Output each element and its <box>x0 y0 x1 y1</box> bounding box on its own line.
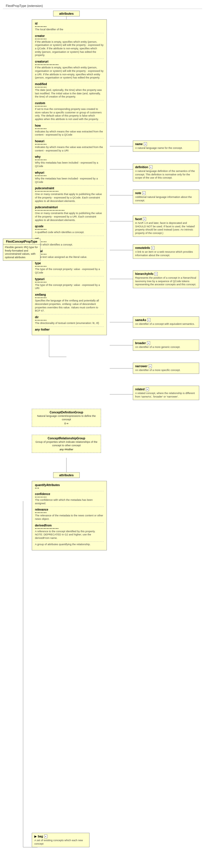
concept-def-group-label: ConceptDefinitionGroup <box>34 411 98 414</box>
right-related-box: related ▪ A related concept, where the r… <box>133 386 199 400</box>
bottom-tag-title: ▶ bag ▪ <box>34 835 87 838</box>
attr-howuri: howuri ▪▪▪▪▪▪▪▪ Indicates by which means… <box>35 140 104 152</box>
right-narrower-desc: An identifier of a more specific concept… <box>135 369 197 372</box>
bottom-attributes-box: quantifyAttributes ▪▪▪ confidence ▪▪▪▪▪▪… <box>32 481 107 550</box>
bottom-tag-desc: A set of existing concepts which each ne… <box>34 839 87 845</box>
right-broader-desc: An identifier of a more generic concept. <box>135 346 197 349</box>
right-facet-desc: In NAR 1.8 and later, facet is deprecate… <box>135 221 197 235</box>
right-definition-box: definition ▪ A natural language definiti… <box>133 163 199 181</box>
attr-pubconstrainturi: pubconstrainturi ▪▪▪▪▪▪▪▪▪▪▪▪▪▪▪▪▪▪▪▪ On… <box>35 206 104 222</box>
right-broader-title: broader ▪ <box>135 341 197 345</box>
right-remoteinfo-box: remoteInfo ▪ A link to an item or a web … <box>133 244 199 259</box>
bottom-attributes-header: attributes <box>53 472 80 478</box>
concept-rel-group-desc: Group of properties which indicate relat… <box>34 440 98 447</box>
right-definition-title: definition ▪ <box>135 165 197 169</box>
attr-literal: literal ▪▪▪▪▪▪▪▪ A free-text value assig… <box>35 250 104 259</box>
bottom-section-header: attributes <box>32 472 101 478</box>
attr-typeuri: typeuri ▪▪▪▪▪▪▪▪ The type of the concept… <box>35 278 104 290</box>
attr-why: why ▪▪▪▪▪▪▪▪ Why this metadata has been … <box>35 155 104 168</box>
concept-relationship-group-box: ConceptRelationshipGroup Group of proper… <box>32 435 101 453</box>
right-name-box: name ▪ A natural language name for the c… <box>133 141 199 152</box>
right-sameas-box: sameAs ▪ An identifier of a concept with… <box>133 316 199 328</box>
right-related-title: related ▪ <box>135 388 197 391</box>
attr-type: type ▪▪▪▪▪▪▪▪ The type of the concept pr… <box>35 261 104 274</box>
attr-custom: custom ▪▪▪▪▪▪▪▪ If set to true the corre… <box>35 101 104 121</box>
right-related-desc: A related concept, where the relationshi… <box>135 392 197 398</box>
concept-def-group-desc: Natural language content/expressions to … <box>34 414 98 421</box>
section-header: attributes <box>32 11 101 17</box>
attributes-header-label: attributes <box>53 11 80 17</box>
right-hierarchyinfo-title: hierarchyInfo ▪ <box>135 272 197 276</box>
right-narrower-box: narrower ▪ An identifier of a more speci… <box>133 363 199 374</box>
attr-whyuri: whyuri ▪▪▪▪▪▪▪▪ Why the metadata has bee… <box>35 171 104 184</box>
right-sameas-title: sameAs ▪ <box>135 318 197 322</box>
concept-definition-group-box: ConceptDefinitionGroup Natural language … <box>32 409 101 427</box>
attr-modified: modified ▪▪▪▪▪▪▪▪ The date (and, optiona… <box>35 83 104 99</box>
concept-rel-group-extra: any ##other <box>34 448 98 451</box>
page-top-label: FlextPropType (extension) <box>3 3 202 9</box>
attr-id: id ▪▪▪▪▪▪▪▪ The local identifier of the <box>35 22 104 31</box>
right-narrower-title: narrower ▪ <box>135 364 197 368</box>
bottom-attr-confidence: confidence ▪▪▪▪▪▪▪▪ The confidence with … <box>35 492 104 505</box>
bottom-attr-relevance: relevance ▪▪▪▪▪▪▪▪ The relevance of the … <box>35 508 104 521</box>
right-name-desc: A natural language name for the concept. <box>135 147 197 150</box>
concept-def-group-mult: 0 ∞ <box>34 422 98 425</box>
right-remoteinfo-title: remoteInfo ▪ <box>135 246 197 250</box>
right-sameas-desc: An identifier of a concept with equivale… <box>135 322 197 326</box>
flext-concept-prop-type-box: FlextConceptPropType Flexible generic IR… <box>3 239 40 261</box>
attr-dir: dir ▪▪▪▪▪▪▪▪ The directionality of textu… <box>35 316 104 325</box>
attr-uri: uri ▪▪▪▪▪▪▪▪ A URI which identifies a co… <box>35 237 104 247</box>
right-name-title: name ▪ <box>135 142 197 146</box>
right-remoteinfo-desc: A link to an item or a web resource whic… <box>135 250 197 257</box>
flext-concept-prop-type-desc: Flexible generic IRQ type for freely-for… <box>3 245 40 261</box>
right-broader-box: broader ▪ An identifier of a more generi… <box>133 340 199 351</box>
right-note-title: note ▪ <box>135 191 197 195</box>
main-wrapper: FlextPropType (extension) <box>0 0 205 868</box>
bottom-attr-derivedfrom: derivedfrom ▪▪▪▪▪▪▪▪▪▪▪▪▪▪▪▪ A reference… <box>35 524 104 540</box>
flext-concept-prop-type-label: FlextConceptPropType <box>3 239 40 245</box>
bottom-tag-box: ▶ bag ▪ A set of existing concepts which… <box>32 833 89 847</box>
attr-creator: creator ▪▪▪▪▪▪▪▪ If the attribute is emp… <box>35 34 104 57</box>
right-facet-title: facet ▪ <box>135 217 197 221</box>
bottom-attr-quantify: quantifyAttributes ▪▪▪ <box>35 484 104 490</box>
attr-xmllang: xmllang ▪▪▪▪▪▪▪▪ Specifies the language … <box>35 293 104 313</box>
attr-how: how ▪▪▪▪▪▪▪▪ Indicates by which means th… <box>35 124 104 137</box>
right-note-box: note ▪ Additional natural language infor… <box>133 189 199 204</box>
right-hierarchyinfo-desc: Represents the position of a concept in … <box>135 276 197 286</box>
right-definition-desc: A natural language definition of the sem… <box>135 169 197 180</box>
right-hierarchyinfo-box: hierarchyInfo ▪ Represents the position … <box>133 270 199 288</box>
attr-pubconstraint: pubconstraint ▪▪▪▪▪▪▪▪▪▪▪▪▪▪▪▪ One or ma… <box>35 187 104 203</box>
attr-qcode: qcode ▪▪▪▪▪▪▪▪ A qualified code which id… <box>35 225 104 234</box>
right-facet-box: facet ▪ In NAR 1.8 and later, facet is d… <box>133 216 199 237</box>
attr-any-other: any #other <box>35 328 104 331</box>
bottom-group-desc: A group of attributes quantifying the re… <box>35 543 104 546</box>
attributes-box: id ▪▪▪▪▪▪▪▪ The local identifier of the … <box>32 19 107 335</box>
concept-rel-group-label: ConceptRelationshipGroup <box>34 437 98 440</box>
right-note-desc: Additional natural language information … <box>135 195 197 202</box>
attr-creatoruri: creatoruri ▪▪▪▪▪▪▪▪▪▪▪▪▪▪▪▪ If the attri… <box>35 60 104 80</box>
